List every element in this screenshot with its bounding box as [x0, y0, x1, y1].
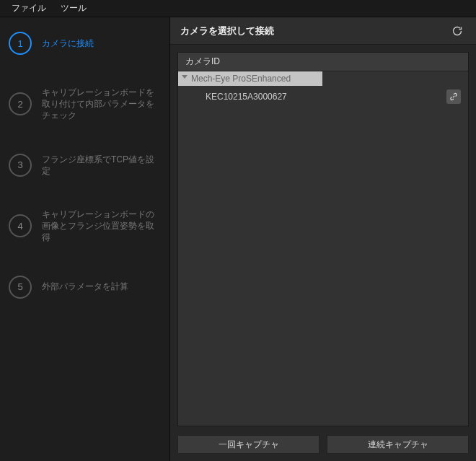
step-2-calib-board[interactable]: 2 キャリブレーションボードを取り付けて内部パラメータをチェック — [9, 87, 161, 122]
footer-buttons: 一回キャプチャ 連続キャプチャ — [170, 431, 476, 461]
step-label: キャリブレーションボードの画像とフランジ位置姿勢を取得 — [42, 208, 161, 244]
refresh-button[interactable] — [449, 22, 466, 40]
camera-group[interactable]: Mech-Eye ProSEnhanced — [178, 71, 322, 86]
step-5-compute[interactable]: 5 外部パラメータを計算 — [9, 276, 161, 299]
step-label: カメラに接続 — [42, 38, 94, 49]
step-label: キャリブレーションボードを取り付けて内部パラメータをチェック — [42, 87, 161, 122]
link-icon — [449, 92, 458, 101]
camera-group-label: Mech-Eye ProSEnhanced — [191, 74, 291, 84]
step-number: 4 — [9, 214, 32, 237]
menu-tool[interactable]: ツール — [53, 1, 94, 16]
main: 1 カメラに接続 2 キャリブレーションボードを取り付けて内部パラメータをチェッ… — [0, 17, 476, 461]
step-number: 2 — [9, 92, 32, 115]
content-title: カメラを選択して接続 — [180, 25, 449, 38]
menubar: ファイル ツール — [0, 0, 476, 17]
chevron-down-icon — [182, 75, 188, 79]
refresh-icon — [451, 25, 463, 37]
step-number: 3 — [9, 154, 32, 177]
connect-button[interactable] — [446, 89, 461, 104]
content: カメラを選択して接続 カメラID Mech-Eye ProSEnhanced K… — [170, 17, 476, 461]
step-3-tcp[interactable]: 3 フランジ座標系でTCP値を設定 — [9, 154, 161, 177]
step-4-images[interactable]: 4 キャリブレーションボードの画像とフランジ位置姿勢を取得 — [9, 208, 161, 244]
camera-list-panel: カメラID Mech-Eye ProSEnhanced KEC10215A300… — [177, 52, 469, 426]
panel-spacer — [178, 107, 468, 426]
step-number: 5 — [9, 276, 32, 299]
camera-id: KEC10215A3000627 — [206, 92, 446, 102]
content-header: カメラを選択して接続 — [170, 17, 476, 45]
step-1-connect-camera[interactable]: 1 カメラに接続 — [9, 32, 161, 55]
sidebar: 1 カメラに接続 2 キャリブレーションボードを取り付けて内部パラメータをチェッ… — [0, 17, 170, 461]
step-label: 外部パラメータを計算 — [42, 281, 128, 292]
capture-continuous-button[interactable]: 連続キャプチャ — [327, 435, 469, 454]
step-label: フランジ座標系でTCP値を設定 — [42, 154, 161, 177]
column-header-camera-id: カメラID — [178, 53, 468, 71]
menu-file[interactable]: ファイル — [4, 1, 53, 16]
capture-once-button[interactable]: 一回キャプチャ — [177, 435, 319, 454]
camera-item[interactable]: KEC10215A3000627 — [178, 86, 468, 107]
step-number: 1 — [9, 32, 32, 55]
